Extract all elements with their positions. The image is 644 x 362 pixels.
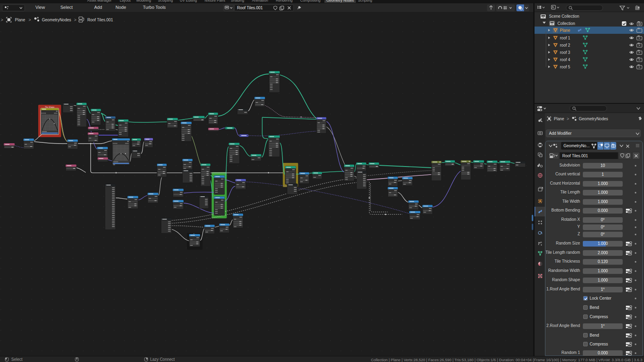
svg-text:>: >	[567, 117, 569, 121]
svg-text:Tile Shape: Tile Shape	[45, 106, 55, 108]
svg-text:GeometryNodes: GeometryNodes	[579, 117, 608, 121]
svg-text:Plane: Plane	[554, 117, 564, 121]
